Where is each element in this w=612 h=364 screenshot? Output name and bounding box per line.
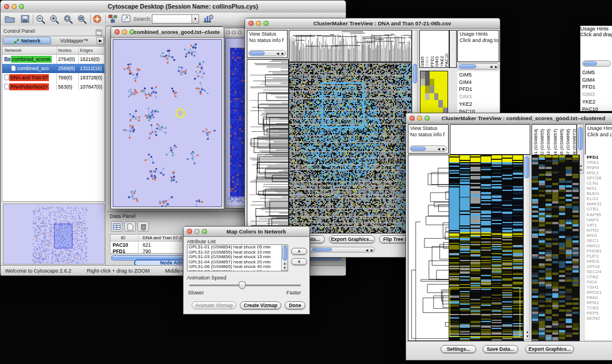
vizmapper-icon[interactable] [108, 14, 118, 25]
col-header-edges[interactable]: Edges [80, 48, 93, 53]
zoom-fit-icon[interactable] [77, 14, 89, 26]
col-header-network[interactable]: Network [5, 48, 21, 53]
help-lifering-icon[interactable] [93, 14, 103, 26]
scrollbar-thumb[interactable] [312, 248, 332, 251]
attribute-table-icon[interactable] [111, 221, 123, 232]
close-icon[interactable] [248, 21, 254, 26]
annotation-icon[interactable] [121, 14, 131, 25]
zoom-window-icon[interactable] [238, 30, 242, 35]
scroll-left-icon[interactable] [365, 248, 368, 252]
network-row[interactable]: RNAPuberNov2+ 563(0) 107847(0) [2, 82, 105, 91]
animate-vizmap-button[interactable]: Animate Vizmap [192, 301, 236, 309]
done-button[interactable]: Done [285, 301, 305, 309]
column-labels[interactable]: GIM5GIM4PFD1GIM3YKE2PAC10 [420, 53, 449, 67]
scrollbar-thumb[interactable] [578, 127, 583, 150]
main-title-bar[interactable]: Cytoscape Desktop (Session Name: collins… [1, 1, 346, 13]
row-dendrogram-canvas[interactable] [408, 155, 450, 341]
close-icon[interactable] [4, 4, 9, 9]
create-vizmap-button[interactable]: Create Vizmap [240, 301, 281, 309]
tab-vizmapper[interactable]: VizMapper™ [53, 37, 95, 44]
new-attribute-icon[interactable] [124, 221, 136, 232]
id-header[interactable]: ID [121, 235, 125, 240]
table-cell-id[interactable]: PAC10 [113, 242, 128, 248]
network-row[interactable]: DNA and Tran 07 769(0) 183728(0) [2, 73, 105, 82]
open-file-icon[interactable] [4, 14, 16, 24]
close-icon[interactable] [187, 229, 192, 234]
scrollbar-thumb[interactable] [411, 147, 426, 151]
scroll-right-icon[interactable] [495, 65, 498, 68]
zoom-in-icon[interactable] [49, 14, 61, 26]
minimize-icon[interactable] [122, 29, 127, 35]
scrollbar-thumb[interactable] [250, 51, 265, 55]
move-up-button[interactable]: ∧ [291, 248, 307, 255]
move-down-button[interactable]: ∨ [291, 258, 307, 265]
birdseye-view[interactable] [3, 204, 105, 265]
search-dropdown-button[interactable]: ▼ [192, 14, 199, 24]
scroll-right-icon[interactable] [370, 248, 373, 252]
dialog-title-bar[interactable]: Map Colors to Network [183, 227, 309, 237]
heatmap-canvas[interactable] [449, 155, 524, 341]
save-icon[interactable] [19, 14, 30, 24]
usage-hscrollbar[interactable] [457, 63, 499, 70]
gene-labels[interactable]: PFD1YRA1RNR4MSL1SPC98CLN1NIS1BUD4ELG1MAK… [585, 155, 612, 340]
close-icon[interactable] [410, 116, 415, 121]
scrollbar-thumb[interactable] [459, 64, 476, 68]
row-labels[interactable]: GIM5GIM4PFD1GIM3YKE2PAC10 [580, 69, 612, 112]
zoom-selected-icon[interactable] [63, 14, 75, 26]
view-status-hscrollbar[interactable] [410, 145, 447, 152]
search-input[interactable] [152, 14, 192, 24]
treeview1-title-bar[interactable]: ClusterMaker TreeView : DNA and Tran 07-… [245, 18, 500, 29]
scroll-down-icon[interactable] [283, 266, 286, 270]
list-vscrollbar[interactable] [281, 245, 288, 271]
minimize-icon[interactable] [417, 116, 422, 121]
export-graphics-button[interactable]: Export Graphics... [329, 235, 375, 243]
zoom-heatmap-canvas[interactable] [531, 155, 580, 341]
speed-slider-thumb[interactable] [239, 281, 246, 289]
scroll-left-icon[interactable] [276, 52, 279, 55]
labels-scrollbar-track[interactable] [449, 30, 457, 68]
tab-overflow-button[interactable]: ▶ [97, 37, 104, 44]
scrollbar-thumb[interactable] [413, 64, 417, 83]
attribute-listbox[interactable]: GPL51-01 (GSM854) heat shock 05 minGPL51… [187, 244, 288, 271]
heatmap-canvas[interactable] [289, 62, 412, 233]
network-row[interactable]: combined_scores 2764(0) 16218(0) [2, 55, 105, 64]
scroll-up-icon[interactable] [283, 262, 286, 265]
minimize-icon[interactable] [194, 229, 200, 234]
zoom-out-icon[interactable] [36, 14, 47, 26]
birdseye-viewport[interactable] [54, 224, 72, 248]
scroll-left-icon[interactable] [489, 65, 492, 68]
row-dendrogram-canvas[interactable] [247, 59, 289, 233]
scrollbar-thumb[interactable] [525, 156, 529, 178]
tab-network[interactable]: Network [3, 37, 51, 44]
usage-hscrollbar[interactable] [582, 60, 611, 67]
view-status-hscrollbar[interactable] [248, 50, 286, 56]
heatmap-vscrollbar[interactable] [523, 155, 530, 340]
scroll-up-icon[interactable] [526, 330, 529, 334]
scrollbar-thumb[interactable] [282, 246, 287, 260]
scroll-right-icon[interactable] [442, 147, 445, 151]
attribute-list-items[interactable]: GPL51-01 (GSM854) heat shock 05 minGPL51… [188, 245, 288, 271]
treeview2-title-bar[interactable]: ClusterMaker TreeView : combined_scores_… [406, 113, 612, 124]
minimize-icon[interactable] [232, 30, 236, 35]
scroll-down-icon[interactable] [526, 335, 529, 338]
delete-attribute-icon[interactable] [137, 221, 149, 232]
network1-title-bar[interactable]: combined_scores_good.txt--cluste... [111, 27, 224, 38]
column-dendrogram-canvas[interactable] [289, 30, 412, 62]
minimize-icon[interactable] [256, 21, 261, 26]
table-cell-id[interactable]: PFD1 [113, 248, 125, 254]
export-graphics-button[interactable]: Export Graphics... [525, 345, 574, 353]
scroll-right-icon[interactable] [281, 52, 284, 55]
close-icon[interactable] [226, 30, 230, 35]
save-data-button[interactable]: Save Data... [483, 345, 518, 353]
close-icon[interactable] [114, 29, 120, 35]
similarity-matrix[interactable] [420, 71, 448, 115]
minimize-icon[interactable] [12, 4, 17, 9]
scrollbar-thumb[interactable] [583, 62, 597, 66]
plot-settings-icon[interactable] [203, 14, 214, 26]
network-row-selected[interactable]: combined_sco 2569(6) 13112(15) [2, 64, 105, 73]
scroll-left-icon[interactable] [437, 147, 440, 151]
settings-button[interactable]: Settings... [441, 345, 476, 353]
col-header-nodes[interactable]: Nodes [58, 48, 71, 53]
network1-canvas[interactable] [113, 39, 222, 207]
table-cell-value[interactable]: 621 [143, 242, 151, 248]
